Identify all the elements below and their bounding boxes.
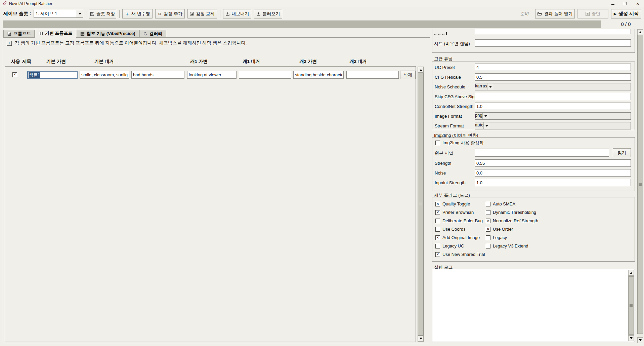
close-button[interactable] [632, 0, 644, 7]
flag-label: Add Original Image [442, 235, 480, 240]
emotion-add-button[interactable]: ☺ 감정 추가 [155, 9, 185, 18]
strength-input[interactable] [475, 159, 631, 167]
noise-schedule-combobox[interactable]: karras [475, 83, 631, 90]
scroll-down-button[interactable] [628, 335, 634, 341]
chevron-down-icon[interactable] [487, 83, 493, 90]
log-scrollbar[interactable] [628, 270, 634, 341]
new-variable-row-button[interactable]: ＋ 새 변수행 [122, 9, 153, 18]
close-icon [636, 1, 639, 6]
checkbox-unchecked[interactable] [435, 227, 440, 232]
flag-use-new-shared-trial[interactable]: ✕Use New Shared Trial [435, 250, 486, 259]
minimize-button[interactable] [607, 0, 619, 7]
scroll-track[interactable] [628, 276, 634, 335]
export-icon [225, 12, 230, 16]
scroll-thumb[interactable] [628, 276, 634, 335]
chevron-down-icon[interactable] [483, 122, 490, 129]
import-button[interactable]: 불러오기 [254, 9, 282, 18]
export-button[interactable]: 내보내기 [223, 9, 251, 18]
scroll-thumb[interactable] [418, 73, 424, 336]
emotion-swap-button[interactable]: 감정 교체 [187, 9, 217, 18]
noise-input[interactable] [475, 169, 631, 177]
flag-legacy-v3-extend[interactable]: Legacy V3 Extend [486, 242, 632, 250]
checkbox-checked[interactable]: ✕ [435, 235, 440, 240]
inpaint-strength-input[interactable] [475, 179, 631, 186]
row-char1-negative-input[interactable] [239, 71, 291, 79]
column-header-char2-negative: 캐2 네거 [349, 59, 367, 65]
row-enabled-checkbox[interactable]: ✕ [12, 72, 17, 77]
row-base-negative-input[interactable] [131, 71, 184, 79]
rows-scrollbar[interactable] [418, 67, 424, 342]
tab-gallery[interactable]: 갤러리 [139, 30, 166, 37]
noise-schedule-label: Noise Schedule [435, 84, 465, 89]
cfg-rescale-input[interactable] [475, 73, 631, 81]
scroll-down-button[interactable] [418, 336, 424, 341]
image-format-combobox[interactable]: png [475, 112, 631, 120]
chevron-down-icon[interactable] [77, 10, 83, 17]
save-slot-value: 1. 세이브 1 [34, 10, 77, 17]
scroll-up-button[interactable] [418, 67, 424, 73]
row-delete-button[interactable]: 삭제 [400, 71, 416, 79]
checkbox-checked[interactable]: ✕ [435, 252, 440, 257]
emotion-swap-label: 감정 교체 [196, 11, 215, 17]
settings-scrollbar[interactable] [637, 29, 643, 343]
scroll-thumb[interactable] [637, 35, 643, 334]
log-output[interactable] [433, 270, 628, 341]
scroll-up-button[interactable] [628, 270, 634, 276]
checkbox-unchecked[interactable] [486, 202, 490, 206]
chevron-down-icon[interactable] [482, 113, 489, 119]
flag-legacy[interactable]: Legacy [486, 233, 632, 242]
row-title-input[interactable]: 샘플1 [27, 71, 78, 79]
save-slot-combobox[interactable]: 1. 세이브 1 [34, 10, 83, 18]
checkbox-unchecked[interactable] [486, 244, 490, 248]
skip-cfg-above-sigma-input[interactable] [475, 93, 631, 100]
scroll-track[interactable] [418, 73, 424, 336]
maximize-button[interactable] [619, 0, 632, 7]
flag-deliberate-euler-bug[interactable]: Deliberate Euler Bug [435, 217, 486, 225]
clipped-top-input[interactable] [475, 29, 631, 34]
seed-input[interactable] [475, 39, 631, 47]
flag-auto-smea[interactable]: Auto SMEA [486, 200, 632, 208]
img2img-enable-row[interactable]: Img2Img 사용 활성화 [435, 140, 484, 146]
open-results-folder-button[interactable]: 결과 폴더 열기 [535, 9, 575, 18]
source-file-input[interactable] [475, 149, 609, 157]
browse-button[interactable]: 찾기 [613, 148, 631, 157]
checkbox-checked[interactable]: ✕ [486, 227, 490, 232]
flag-normalize-ref-strength[interactable]: ✕Normalize Ref Strength [486, 217, 632, 225]
row-base-prompt-input[interactable] [80, 71, 129, 79]
checkbox-unchecked[interactable] [435, 141, 440, 145]
column-header-char2-prompt: 캐2 가변 [299, 59, 317, 65]
scroll-down-button[interactable] [637, 337, 643, 343]
scroll-track[interactable] [637, 35, 643, 337]
folder-icon [537, 12, 542, 16]
save-slot-button[interactable]: 슬롯 저장 [89, 9, 116, 18]
setting-row-controlnet-strength: ControlNet Strength [432, 102, 635, 112]
row-char1-prompt-input[interactable] [187, 71, 237, 79]
flag-legacy-uc[interactable]: Legacy UC [435, 242, 486, 250]
uc-preset-input[interactable] [475, 64, 631, 71]
flag-prefer-brownian[interactable]: ✕Prefer Brownian [435, 208, 486, 217]
row-char2-prompt-input[interactable] [293, 71, 344, 79]
scroll-up-button[interactable] [637, 29, 643, 35]
controlnet-strength-input[interactable] [475, 103, 631, 110]
checkbox-unchecked[interactable] [435, 244, 440, 248]
stream-format-combobox[interactable]: auto [475, 122, 631, 129]
tab-reference-vibe[interactable]: 참조 기능 (Vibe/Precise) [77, 30, 139, 37]
checkbox-unchecked[interactable] [435, 219, 440, 223]
tab-variable-prompt[interactable]: 가변 프롬프트 [35, 29, 76, 38]
picture-frame-icon [190, 12, 194, 16]
flag-add-original-image[interactable]: ✕Add Original Image [435, 233, 486, 242]
checkbox-checked[interactable]: ✕ [435, 202, 440, 206]
checkbox-checked[interactable]: ✕ [435, 210, 440, 215]
flag-dynamic-thresholding[interactable]: Dynamic Thresholding [486, 208, 632, 217]
stop-button[interactable]: 중단 [577, 9, 608, 18]
flag-use-order[interactable]: ✕Use Order [486, 225, 632, 233]
grip-icon [419, 203, 422, 205]
checkbox-unchecked[interactable] [486, 235, 490, 240]
flag-quality-toggle[interactable]: ✕Quality Toggle [435, 200, 486, 208]
checkbox-checked[interactable]: ✕ [486, 219, 490, 223]
tab-prompt[interactable]: 프롬프트 [3, 30, 35, 37]
flag-use-coords[interactable]: Use Coords [435, 225, 486, 233]
row-char2-negative-input[interactable] [346, 71, 399, 79]
checkbox-unchecked[interactable] [486, 210, 490, 215]
start-generation-button[interactable]: ▶ 생성 시작 [611, 9, 641, 18]
